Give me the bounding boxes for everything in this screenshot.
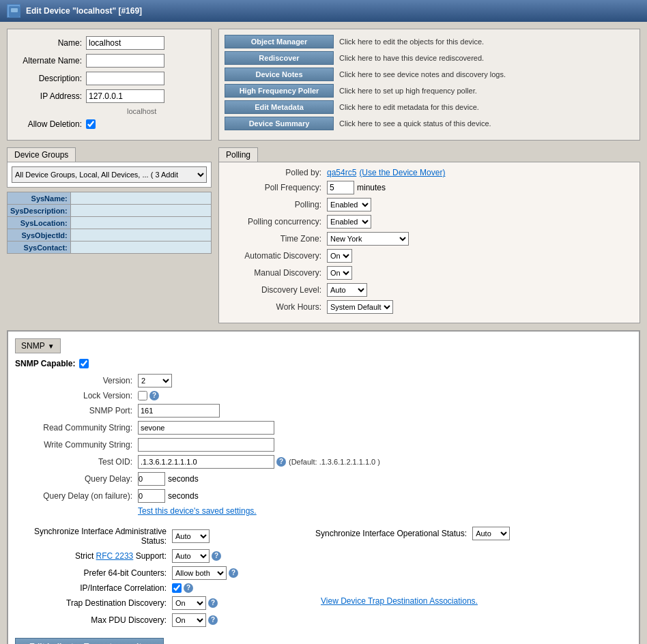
- snmp-dropdown-arrow: ▼: [48, 342, 55, 350]
- sys-location-label: SysLocation:: [8, 217, 71, 229]
- device-summary-button[interactable]: Device Summary: [225, 117, 334, 130]
- snmp-capable-label: SNMP Capable:: [15, 359, 75, 368]
- edit-indicator-button[interactable]: Edit Indicator Types to monitor: [15, 638, 164, 644]
- object-manager-desc: Click here to edit the objects for this …: [339, 38, 484, 46]
- alt-name-input[interactable]: [86, 54, 164, 68]
- rfc-link[interactable]: RFC 2233: [96, 551, 134, 561]
- polling-status-row: Polling: Enabled Disabled: [225, 198, 634, 211]
- snmp-port-input[interactable]: [138, 404, 220, 418]
- sys-info-table: SysName: SysDescription: SysLocation: Sy…: [7, 192, 212, 254]
- trap-destination-select[interactable]: On Off: [172, 596, 206, 610]
- poll-frequency-input[interactable]: [327, 181, 354, 194]
- snmp-version-row: Version: 2 1 3: [15, 374, 380, 387]
- polling-panel: Polling Polled by: qa54rc5 (Use the Devi…: [218, 147, 640, 323]
- window-icon: [7, 4, 20, 18]
- query-delay-failure-row: Query Delay (on failure): seconds: [15, 489, 380, 503]
- query-delay-failure-unit: seconds: [168, 491, 199, 501]
- rediscover-button[interactable]: Rediscover: [225, 51, 334, 65]
- work-hours-row: Work Hours: System Default: [225, 300, 634, 314]
- query-delay-failure-label: Query Delay (on failure):: [15, 491, 138, 501]
- object-manager-button[interactable]: Object Manager: [225, 35, 334, 48]
- sys-contact-label: SysContact:: [8, 241, 71, 254]
- manual-discovery-label: Manual Discovery:: [225, 268, 327, 278]
- sys-objectid-label: SysObjectId:: [8, 229, 71, 241]
- device-groups-select[interactable]: All Device Groups, Local, All Devices, .…: [12, 166, 207, 183]
- write-community-input[interactable]: [138, 438, 274, 452]
- ip-correlation-info-icon[interactable]: ?: [184, 583, 193, 593]
- description-row: Description:: [14, 72, 204, 85]
- query-delay-input[interactable]: [138, 472, 165, 486]
- high-freq-row: High Frequency Poller Click here to set …: [225, 84, 634, 98]
- trap-destination-info-icon[interactable]: ?: [208, 598, 218, 608]
- ip-correlation-checkbox[interactable]: [172, 583, 182, 593]
- ip-display-row: localhost: [14, 107, 204, 115]
- discovery-level-select[interactable]: Auto Manual: [327, 283, 367, 297]
- manual-discovery-select[interactable]: On Off: [327, 266, 352, 280]
- sync-admin-label: Synchronize Interface Administrative Sta…: [15, 527, 172, 546]
- sys-description-row: SysDescription:: [8, 205, 212, 217]
- edit-metadata-row: Edit Metadata Click here to edit metadat…: [225, 100, 634, 114]
- read-community-input[interactable]: [138, 421, 274, 435]
- use-device-mover[interactable]: (Use the Device Mover): [359, 168, 445, 177]
- sys-description-value: [70, 205, 211, 217]
- allow-deletion-row: Allow Deletion:: [14, 119, 204, 129]
- lock-version-label: Lock Version:: [15, 391, 138, 400]
- lock-version-info-icon[interactable]: ?: [149, 391, 159, 400]
- max-pdu-info-icon[interactable]: ?: [208, 615, 218, 625]
- discovery-level-row: Discovery Level: Auto Manual: [225, 283, 634, 297]
- discovery-level-label: Discovery Level:: [225, 285, 327, 295]
- lock-version-row: Lock Version: ?: [15, 391, 380, 400]
- polled-by-value[interactable]: qa54rc5: [327, 168, 356, 177]
- name-input[interactable]: [86, 36, 164, 50]
- snmp-fields-col: Version: 2 1 3 Lock Version: ? SNMP Port…: [15, 374, 380, 521]
- sys-location-value: [70, 217, 211, 229]
- sync-operational-select[interactable]: Auto On Off: [472, 527, 510, 540]
- snmp-tab[interactable]: SNMP ▼: [15, 338, 61, 353]
- snmp-version-select[interactable]: 2 1 3: [138, 374, 172, 387]
- sys-objectid-row: SysObjectId:: [8, 229, 212, 241]
- sys-name-value: [70, 192, 211, 205]
- sys-description-label: SysDescription:: [8, 205, 71, 217]
- prefer-64bit-info-icon[interactable]: ?: [229, 568, 238, 578]
- description-input[interactable]: [86, 72, 164, 85]
- query-delay-label: Query Delay:: [15, 474, 138, 484]
- device-notes-row: Device Notes Click here to see device no…: [225, 68, 634, 81]
- polling-status-select[interactable]: Enabled Disabled: [327, 198, 371, 211]
- ip-input[interactable]: [86, 89, 164, 103]
- write-community-label: Write Community String:: [15, 440, 138, 450]
- test-oid-row: Test OID: ? (Default: .1.3.6.1.2.1.1.1.0…: [15, 455, 380, 469]
- device-groups-panel: Device Groups All Device Groups, Local, …: [7, 147, 212, 323]
- max-pdu-select[interactable]: On Off: [172, 613, 206, 627]
- ip-correlation-row: IP/Interface Correlation: ?: [15, 583, 632, 593]
- allow-deletion-checkbox[interactable]: [86, 119, 96, 129]
- auto-discovery-select[interactable]: On Off: [327, 249, 352, 263]
- window-title: Edit Device "localhost" [#169]: [26, 6, 142, 16]
- polling-concurrency-select[interactable]: Enabled Disabled: [327, 215, 371, 229]
- time-zone-select[interactable]: New York UTC Los Angeles: [327, 232, 409, 246]
- polling-status-label: Polling:: [225, 200, 327, 209]
- work-hours-select[interactable]: System Default: [327, 300, 393, 314]
- strict-rfc-info-icon[interactable]: ?: [212, 551, 221, 561]
- device-groups-tab[interactable]: Device Groups: [7, 147, 76, 162]
- snmp-capable-checkbox[interactable]: [79, 359, 89, 368]
- high-freq-button[interactable]: High Frequency Poller: [225, 84, 334, 98]
- query-delay-failure-input[interactable]: [138, 489, 165, 503]
- test-oid-label: Test OID:: [15, 457, 138, 467]
- snmp-port-label: SNMP Port:: [15, 406, 138, 415]
- test-oid-input[interactable]: [138, 455, 274, 469]
- lock-version-checkbox[interactable]: [138, 391, 147, 400]
- test-oid-info-icon[interactable]: ?: [276, 457, 286, 467]
- sync-admin-select[interactable]: Auto On Off: [172, 529, 210, 543]
- name-row: Name:: [14, 36, 204, 50]
- manual-discovery-row: Manual Discovery: On Off: [225, 266, 634, 280]
- test-device-link[interactable]: Test this device's saved settings.: [138, 506, 257, 516]
- strict-rfc-select[interactable]: Auto On Off: [172, 549, 210, 563]
- edit-metadata-button[interactable]: Edit Metadata: [225, 100, 334, 114]
- trap-destination-link[interactable]: View Device Trap Destination Association…: [321, 596, 478, 606]
- prefer-64bit-select[interactable]: Allow both 64-bit only 32-bit only: [172, 566, 227, 580]
- device-notes-button[interactable]: Device Notes: [225, 68, 334, 81]
- polling-tab[interactable]: Polling: [218, 147, 258, 162]
- max-pdu-row: Max PDU Discovery: On Off ?: [15, 613, 632, 627]
- device-summary-row: Device Summary Click here to see a quick…: [225, 117, 634, 130]
- snmp-capable-row: SNMP Capable:: [15, 359, 632, 368]
